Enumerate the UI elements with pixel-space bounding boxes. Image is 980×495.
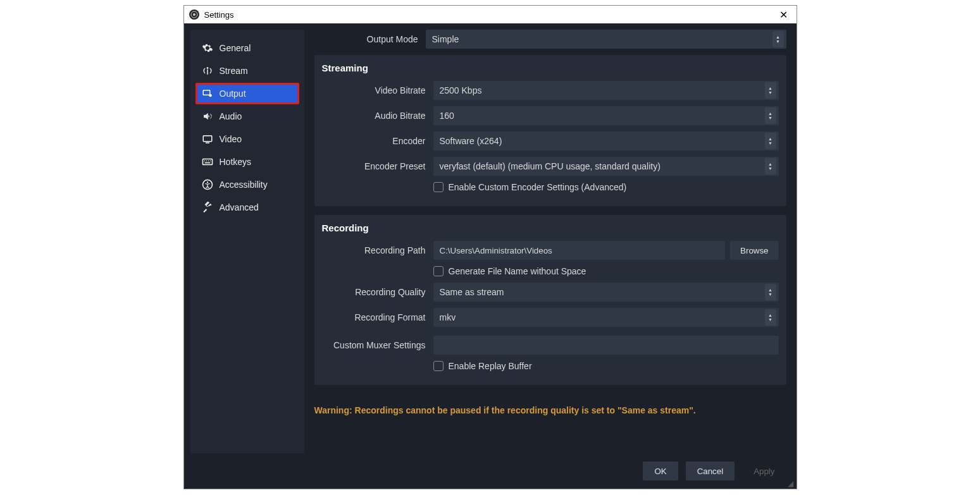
sidebar-item-accessibility[interactable]: Accessibility <box>195 174 299 195</box>
generate-no-space-checkbox[interactable] <box>433 266 443 276</box>
sidebar-item-stream[interactable]: Stream <box>195 60 299 82</box>
sidebar-item-hotkeys[interactable]: Hotkeys <box>195 151 299 173</box>
enable-replay-buffer-checkbox[interactable] <box>433 361 443 371</box>
sidebar-item-general[interactable]: General <box>195 37 299 59</box>
sidebar: General Stream Output Audio Video Hotkey… <box>190 30 304 453</box>
video-bitrate-input[interactable]: 2500 Kbps ▲▼ <box>433 81 779 100</box>
sidebar-item-label: Hotkeys <box>220 157 252 167</box>
recording-path-label: Recording Path <box>322 245 428 255</box>
sidebar-item-label: Stream <box>220 66 248 76</box>
footer: OK Cancel Apply <box>184 453 797 489</box>
chevron-updown-icon: ▲▼ <box>765 107 776 124</box>
audio-bitrate-label: Audio Bitrate <box>322 111 428 121</box>
recording-format-select[interactable]: mkv ▲▼ <box>433 308 779 327</box>
speaker-icon <box>202 111 213 122</box>
keyboard-icon <box>202 156 213 168</box>
browse-button[interactable]: Browse <box>730 241 778 260</box>
encoder-select[interactable]: Software (x264) ▲▼ <box>433 131 779 150</box>
tools-icon <box>202 202 213 213</box>
monitor-icon <box>202 133 213 145</box>
custom-muxer-label: Custom Muxer Settings <box>322 340 428 350</box>
accessibility-icon <box>202 179 213 190</box>
titlebar: Settings ✕ <box>184 6 797 23</box>
recording-panel: Recording Recording Path Browse Generate… <box>314 215 786 385</box>
apply-button[interactable]: Apply <box>742 461 786 480</box>
enable-custom-encoder-label: Enable Custom Encoder Settings (Advanced… <box>449 182 627 192</box>
window-title: Settings <box>204 10 234 20</box>
encoder-preset-select[interactable]: veryfast (default) (medium CPU usage, st… <box>433 157 779 176</box>
recording-quality-select[interactable]: Same as stream ▲▼ <box>433 283 779 302</box>
streaming-panel: Streaming Video Bitrate 2500 Kbps ▲▼ Aud… <box>314 55 786 206</box>
svg-point-13 <box>206 181 208 183</box>
enable-replay-buffer-label: Enable Replay Buffer <box>449 361 532 371</box>
chevron-updown-icon: ▲▼ <box>765 309 776 326</box>
antenna-icon <box>202 65 213 76</box>
recording-format-label: Recording Format <box>322 312 428 322</box>
sidebar-item-label: Audio <box>220 111 242 121</box>
warning-text: Warning: Recordings cannot be paused if … <box>314 405 786 415</box>
gear-icon <box>202 42 213 54</box>
cancel-button[interactable]: Cancel <box>686 461 735 480</box>
generate-no-space-label: Generate File Name without Space <box>449 266 586 276</box>
sidebar-item-output[interactable]: Output <box>195 83 299 104</box>
output-icon <box>202 88 213 99</box>
encoder-label: Encoder <box>322 136 428 146</box>
svg-rect-6 <box>202 159 212 165</box>
sidebar-item-label: Output <box>220 89 246 99</box>
ok-button[interactable]: OK <box>643 461 678 480</box>
chevron-updown-icon: ▲▼ <box>765 284 776 300</box>
output-mode-select[interactable]: Simple ▲▼ <box>426 30 786 49</box>
svg-point-3 <box>209 94 212 97</box>
svg-rect-2 <box>203 90 210 95</box>
close-button[interactable]: ✕ <box>776 9 791 21</box>
sidebar-item-advanced[interactable]: Advanced <box>195 197 299 218</box>
obs-icon <box>189 9 199 20</box>
chevron-updown-icon: ▲▼ <box>765 133 776 149</box>
sidebar-item-label: General <box>220 43 251 53</box>
recording-title: Recording <box>322 223 779 233</box>
output-mode-label: Output Mode <box>314 34 421 44</box>
streaming-title: Streaming <box>322 63 779 73</box>
sidebar-item-label: Accessibility <box>220 180 268 190</box>
sidebar-item-audio[interactable]: Audio <box>195 106 299 127</box>
spinner-arrows-icon: ▲▼ <box>765 82 776 99</box>
svg-rect-4 <box>203 136 212 142</box>
sidebar-item-label: Advanced <box>220 202 259 212</box>
enable-custom-encoder-checkbox[interactable] <box>433 182 443 192</box>
chevron-updown-icon: ▲▼ <box>772 31 784 47</box>
audio-bitrate-select[interactable]: 160 ▲▼ <box>433 106 779 125</box>
recording-path-input[interactable] <box>433 241 726 260</box>
video-bitrate-label: Video Bitrate <box>322 85 428 95</box>
main-panel: Output Mode Simple ▲▼ Streaming Video Bi… <box>304 23 797 453</box>
chevron-updown-icon: ▲▼ <box>765 158 776 174</box>
encoder-preset-label: Encoder Preset <box>322 161 428 171</box>
resize-grip-icon[interactable]: ◢ <box>788 480 795 487</box>
recording-quality-label: Recording Quality <box>322 287 428 297</box>
settings-window: Settings ✕ General Stream Output Audio <box>183 5 797 489</box>
svg-point-1 <box>193 13 195 16</box>
sidebar-item-label: Video <box>220 134 242 144</box>
sidebar-item-video[interactable]: Video <box>195 128 299 150</box>
custom-muxer-input[interactable] <box>433 336 779 355</box>
